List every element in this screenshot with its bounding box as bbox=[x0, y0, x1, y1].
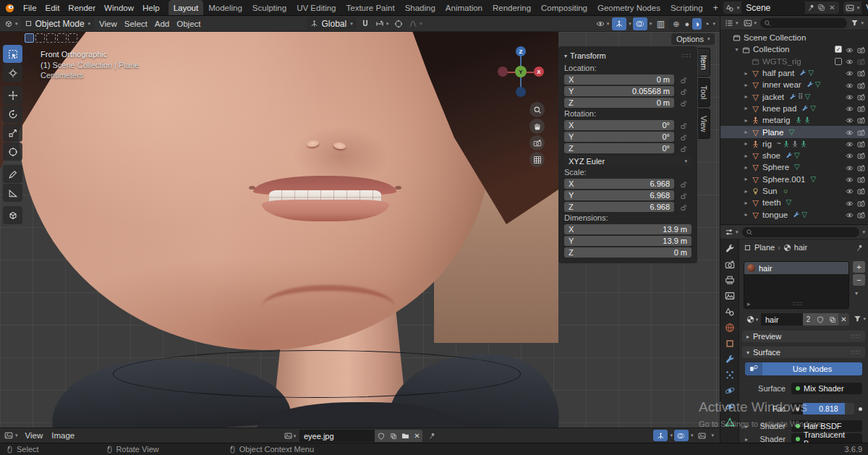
render-visibility-toggle[interactable] bbox=[857, 45, 865, 54]
shading-material-button[interactable]: ◑ bbox=[692, 18, 702, 30]
visibility-button[interactable]: ▾ bbox=[595, 17, 611, 30]
hide-eye-toggle[interactable] bbox=[846, 140, 854, 148]
hide-eye-toggle[interactable] bbox=[846, 69, 854, 77]
keyframe-dot-icon[interactable] bbox=[859, 407, 862, 411]
select-subtract-button[interactable] bbox=[46, 33, 56, 43]
add-slot-button[interactable]: + bbox=[853, 261, 865, 273]
disclosure-icon[interactable]: ▸ bbox=[742, 70, 750, 77]
panel-grip[interactable]: ∷∷ bbox=[682, 52, 692, 59]
hide-eye-toggle[interactable] bbox=[846, 127, 854, 136]
outliner-item-jacket[interactable]: ▸▽jacket⠿▽ bbox=[720, 90, 868, 102]
shading-wireframe-button[interactable]: ⊕ bbox=[671, 18, 681, 30]
overlays-toggle[interactable] bbox=[674, 430, 689, 441]
disclosure-icon[interactable]: ▸ bbox=[742, 105, 750, 111]
gizmo-x-axis[interactable]: X bbox=[534, 67, 544, 77]
workspace-tab-layout[interactable]: Layout bbox=[169, 0, 204, 15]
disclosure-icon[interactable]: ▸ bbox=[742, 93, 750, 100]
properties-tab-tool[interactable] bbox=[725, 243, 735, 254]
render-visibility-toggle[interactable] bbox=[857, 69, 865, 77]
proportional-edit-toggle[interactable] bbox=[391, 17, 406, 30]
disclosure-icon[interactable]: ▸ bbox=[742, 176, 750, 182]
browse-material-button[interactable]: ▾ bbox=[744, 313, 761, 326]
plane-object-outline[interactable] bbox=[113, 350, 521, 398]
properties-tab-constraints[interactable] bbox=[725, 401, 735, 412]
properties-tab-object[interactable] bbox=[725, 338, 735, 349]
measure-tool-button[interactable] bbox=[3, 184, 22, 202]
select-box-tool-button[interactable] bbox=[3, 45, 22, 63]
render-visibility-toggle[interactable] bbox=[857, 187, 865, 195]
slot-specials-button[interactable]: ▾ bbox=[855, 290, 858, 297]
render-visibility-toggle[interactable] bbox=[857, 57, 865, 66]
hide-eye-toggle[interactable] bbox=[846, 45, 854, 54]
exclude-checkbox[interactable]: ✓ bbox=[835, 46, 842, 53]
chevron-down-icon[interactable]: ▾ bbox=[862, 229, 865, 235]
users-count-badge[interactable]: 2 bbox=[803, 313, 814, 326]
fac-socket[interactable] bbox=[791, 403, 803, 414]
falloff-button[interactable]: ▾ bbox=[407, 17, 424, 30]
snap-toggle[interactable] bbox=[358, 17, 373, 30]
outliner-item-sphere-001[interactable]: ▸▽Sphere.001▽ bbox=[720, 174, 868, 185]
hide-eye-toggle[interactable] bbox=[846, 210, 854, 218]
close-icon[interactable]: ✕ bbox=[827, 4, 836, 12]
hide-eye-toggle[interactable] bbox=[846, 151, 854, 160]
unlink-button[interactable]: ✕ bbox=[838, 313, 849, 326]
open-image-button[interactable] bbox=[399, 430, 412, 442]
hide-eye-toggle[interactable] bbox=[846, 198, 854, 207]
options-button[interactable]: Options▾ bbox=[671, 33, 715, 45]
properties-tab-viewlayer[interactable] bbox=[725, 290, 735, 301]
rotation-y-field[interactable]: Y0° bbox=[564, 132, 674, 142]
surface-shader-select[interactable]: Mix Shader bbox=[791, 383, 862, 394]
viewlayer-name[interactable]: ViewLayer bbox=[861, 1, 868, 14]
blender-logo-icon[interactable] bbox=[4, 2, 15, 13]
display-channels-button[interactable] bbox=[694, 430, 709, 441]
editor-type-button[interactable]: ▾ bbox=[723, 17, 740, 30]
transform-tool-button[interactable] bbox=[3, 143, 22, 161]
disclosure-icon[interactable]: ▸ bbox=[742, 164, 750, 171]
expand-icon[interactable]: ▸ bbox=[747, 300, 751, 307]
disclosure-icon[interactable]: ▸ bbox=[742, 82, 750, 88]
workspace-tab-rendering[interactable]: Rendering bbox=[488, 0, 536, 15]
image-name-field[interactable]: eyee.jpg bbox=[299, 430, 375, 442]
render-visibility-toggle[interactable] bbox=[857, 127, 865, 136]
properties-tab-render[interactable] bbox=[725, 259, 735, 270]
scale-y-field[interactable]: Y6.968 bbox=[564, 190, 674, 200]
pan-hand-button[interactable] bbox=[529, 119, 545, 134]
zoom-button[interactable] bbox=[529, 102, 545, 117]
pin-icon[interactable] bbox=[428, 432, 436, 440]
scene-selector[interactable]: ▾ Scene ✕ bbox=[723, 1, 839, 14]
rotation-z-field[interactable]: Z0° bbox=[564, 143, 674, 153]
lock-icon[interactable] bbox=[680, 98, 687, 107]
properties-tab-modifiers[interactable] bbox=[725, 354, 735, 365]
viewport-menu-object[interactable]: Object bbox=[173, 20, 204, 28]
pin-icon[interactable] bbox=[856, 244, 864, 252]
editor-type-button[interactable]: ▾ bbox=[723, 226, 740, 239]
outliner-item-metarig[interactable]: ▸metarig bbox=[720, 114, 868, 126]
gizmo-x-neg-axis[interactable] bbox=[498, 67, 508, 77]
lock-icon[interactable] bbox=[680, 75, 687, 84]
cursor-tool-button[interactable] bbox=[3, 64, 22, 82]
select-invert-button[interactable] bbox=[57, 33, 67, 43]
workspace-tab-uv-editing[interactable]: UV Editing bbox=[292, 0, 341, 15]
lock-icon[interactable] bbox=[680, 132, 687, 141]
workspace-tab-texture-paint[interactable]: Texture Paint bbox=[341, 0, 400, 15]
sidebar-tab-tool[interactable]: Tool bbox=[698, 78, 710, 106]
browse-image-button[interactable]: ▾ bbox=[281, 430, 299, 442]
gizmo-y-axis[interactable]: Y bbox=[515, 66, 527, 77]
select-intersect-button[interactable] bbox=[68, 33, 77, 43]
image-menu-image[interactable]: Image bbox=[47, 431, 79, 440]
gizmo-z-neg-axis[interactable] bbox=[516, 87, 526, 97]
render-visibility-toggle[interactable] bbox=[857, 80, 865, 89]
scene-name[interactable]: Scene bbox=[741, 1, 805, 14]
gizmo-z-axis[interactable]: Z bbox=[516, 46, 526, 56]
dimensions-y-field[interactable]: Y13.9 m bbox=[564, 236, 692, 246]
use-nodes-button[interactable]: Use Nodes bbox=[745, 362, 862, 375]
workspace-tab-animation[interactable]: Animation bbox=[441, 0, 488, 15]
outliner-item-knee-pad[interactable]: ▸▽knee pad▽ bbox=[720, 103, 868, 114]
lock-icon[interactable] bbox=[680, 191, 687, 200]
outliner-item-shoe[interactable]: ▸▽shoe▽ bbox=[720, 150, 868, 161]
shader2-select[interactable]: Translucent B... bbox=[791, 433, 862, 443]
hide-eye-toggle[interactable] bbox=[846, 174, 854, 183]
expand-icon[interactable]: ▸ bbox=[745, 436, 748, 443]
disclosure-icon[interactable]: ▸ bbox=[742, 153, 750, 159]
breadcrumb-material[interactable]: hair bbox=[794, 243, 807, 252]
